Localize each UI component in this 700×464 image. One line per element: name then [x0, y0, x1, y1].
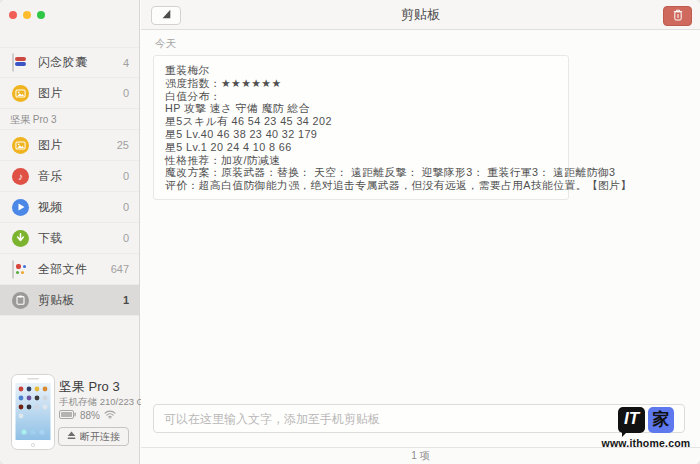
sidebar-item-count: 0: [123, 87, 129, 99]
disconnect-label: 断开连接: [80, 430, 120, 444]
sidebar: 闪念胶囊 4 图片 0 坚果 Pro 3 图片: [0, 0, 140, 464]
clip-line: 性格推荐：加攻/防减速: [165, 154, 557, 167]
window-controls: [9, 11, 45, 19]
status-bar: 1 项: [141, 447, 700, 464]
download-icon: [12, 230, 29, 247]
device-storage: 手机存储 210/223 GB: [59, 396, 150, 409]
sidebar-item-pictures[interactable]: 图片 25: [0, 130, 139, 161]
item-count-status: 1 项: [411, 450, 429, 461]
sidebar-item-count: 25: [117, 139, 129, 151]
wifi-icon: [104, 410, 116, 421]
sidebar-item-count: 647: [111, 263, 129, 275]
all-files-icon: [12, 261, 29, 278]
clip-line: 评价：超高白值防御能力强，绝对追击专属武器，但没有远返，需要占用A技能位置。【图…: [165, 179, 557, 192]
ithome-url: www.ithome.com: [595, 437, 697, 449]
device-status-row: 88%: [59, 410, 116, 421]
ithome-watermark: IT 家 www.ithome.com: [595, 405, 697, 449]
trash-icon: [673, 9, 683, 24]
zoom-window-button[interactable]: [37, 11, 45, 19]
clipboard-icon: [12, 292, 29, 309]
eject-icon: [67, 431, 76, 442]
sidebar-item-clipboard[interactable]: 剪贴板 1: [0, 285, 139, 316]
sidebar-item-label: 视频: [38, 199, 123, 216]
clip-line: 强度指数：★★★★★★: [165, 77, 557, 90]
battery-percent: 88%: [80, 410, 100, 421]
sidebar-item-music[interactable]: ♪ 音乐 0: [0, 161, 139, 192]
video-icon: [12, 199, 29, 216]
sidebar-item-downloads[interactable]: 下载 0: [0, 223, 139, 254]
sidebar-item-video[interactable]: 视频 0: [0, 192, 139, 223]
sort-button[interactable]: [151, 6, 181, 25]
sidebar-item-count: 1: [123, 294, 129, 306]
close-window-button[interactable]: [9, 11, 17, 19]
disconnect-button[interactable]: 断开连接: [58, 427, 129, 446]
clip-line: 白值分布：: [165, 90, 557, 103]
minimize-window-button[interactable]: [23, 11, 31, 19]
music-icon: ♪: [12, 168, 29, 185]
sidebar-item-label: 剪贴板: [38, 292, 123, 309]
sidebar-item-label: 音乐: [38, 168, 123, 185]
main-panel: 剪贴板 今天 重装梅尔 强度指数：★★★★★★ 白值分布： HP 攻撃 速さ 守…: [141, 0, 700, 464]
clip-line: HP 攻撃 速さ 守備 魔防 総合: [165, 102, 557, 115]
sidebar-item-label: 闪念胶囊: [38, 54, 123, 71]
sidebar-item-idea-capsule[interactable]: 闪念胶囊 4: [0, 47, 139, 78]
sidebar-item-label: 图片: [38, 137, 117, 154]
clip-line: 星5スキル有 46 54 23 45 34 202: [165, 115, 557, 128]
clip-line: 星5 Lv.1 20 24 4 10 8 66: [165, 141, 557, 154]
sidebar-list: 闪念胶囊 4 图片 0 坚果 Pro 3 图片: [0, 47, 139, 316]
app-window: 闪念胶囊 4 图片 0 坚果 Pro 3 图片: [0, 0, 700, 464]
sidebar-item-count: 4: [123, 57, 129, 69]
device-name: 坚果 Pro 3: [59, 378, 120, 396]
sort-triangle-icon: [160, 8, 172, 23]
clip-line: 魔改方案：原装武器：替换： 天空： 遠距離反撃： 迎撃隊形3： 重装行軍3： 遠…: [165, 166, 557, 179]
delete-clipboard-button[interactable]: [663, 6, 692, 26]
battery-icon: [59, 410, 76, 421]
ithome-logo-it: IT: [618, 407, 645, 433]
device-panel: 坚果 Pro 3 手机存储 210/223 GB 88% 断开连接: [0, 372, 140, 464]
clipboard-entry[interactable]: 重装梅尔 强度指数：★★★★★★ 白值分布： HP 攻撃 速さ 守備 魔防 総合…: [153, 55, 569, 200]
sidebar-item-label: 全部文件: [38, 261, 111, 278]
date-group-label: 今天: [155, 37, 176, 51]
ithome-logo-glyph: 家: [648, 407, 674, 433]
phone-thumbnail: [11, 374, 55, 454]
clip-line: 重装梅尔: [165, 64, 557, 77]
sidebar-item-label: 下载: [38, 230, 123, 247]
sidebar-item-all-files[interactable]: 全部文件 647: [0, 254, 139, 285]
clip-line: 星5 Lv.40 46 38 23 40 32 179: [165, 128, 557, 141]
sidebar-item-label: 图片: [38, 85, 123, 102]
page-title: 剪贴板: [141, 0, 700, 30]
sidebar-item-count: 0: [123, 170, 129, 182]
sidebar-item-pictures-capsule[interactable]: 图片 0: [0, 78, 139, 109]
images-icon: [12, 85, 29, 102]
capsule-icon: [12, 54, 29, 71]
sidebar-item-count: 0: [123, 201, 129, 213]
sidebar-section-device: 坚果 Pro 3: [0, 109, 139, 130]
images-icon: [12, 137, 29, 154]
sidebar-item-count: 0: [123, 232, 129, 244]
toolbar: 剪贴板: [141, 0, 700, 30]
